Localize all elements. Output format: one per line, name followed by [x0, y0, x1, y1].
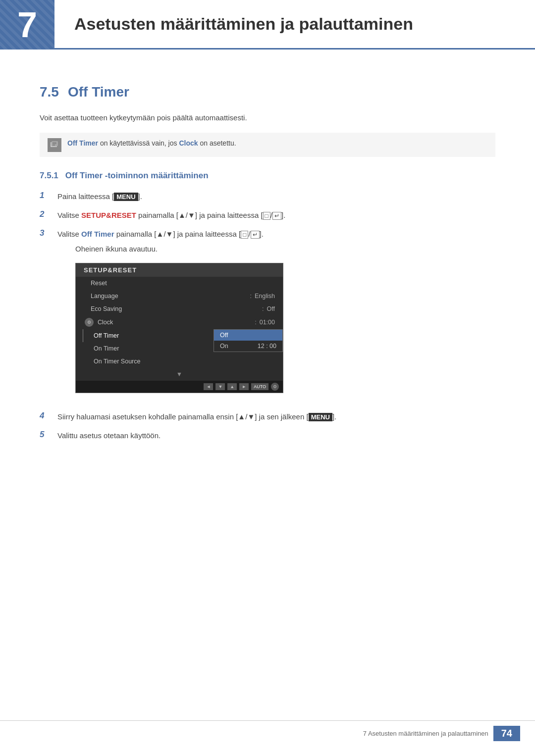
page-footer: 7 Asetusten määrittäminen ja palauttamin… — [0, 720, 535, 746]
note-box: Off Timer on käytettävissä vain, jos Clo… — [40, 133, 495, 157]
popup-on-label: On — [220, 343, 228, 350]
eco-value: Off — [267, 305, 275, 312]
intro-text: Voit asettaa tuotteen kytkeytymään pois … — [40, 112, 495, 124]
step-3-content: Valitse Off Timer painamalla [▲/▼] ja pa… — [57, 228, 283, 401]
menu-window: SETUP&RESET Reset Language : English — [75, 263, 283, 393]
step-text-1: Paina laitteessa [MENU]. — [57, 191, 142, 202]
menu-row-language: Language : English — [76, 290, 283, 302]
footer-right: 74 — [488, 726, 520, 741]
menu-screenshot: SETUP&RESET Reset Language : English — [75, 263, 283, 393]
subsection-number: 7.5.1 — [40, 171, 58, 181]
menu-keyword-4: MENU — [309, 413, 332, 421]
note-icon — [48, 138, 61, 152]
step-4: 4 Siirry haluamasi asetuksen kohdalle pa… — [40, 411, 495, 423]
popup-off: Off — [214, 330, 282, 341]
menu-row-eco: Eco Saving : Off — [76, 302, 283, 315]
bracket-line — [83, 329, 83, 342]
toolbar-btn-auto[interactable]: AUTO — [251, 383, 268, 390]
step-5: 5 Valittu asetus otetaan käyttöön. — [40, 430, 495, 442]
section-heading: 7.5 Off Timer — [40, 84, 495, 100]
section-number: 7.5 — [40, 84, 59, 100]
setup-reset-label: SETUP&RESET — [81, 211, 136, 219]
menu-row-ontimersrc: On Timer Source — [76, 355, 283, 368]
note-highlight-clock: Clock — [179, 139, 198, 147]
step-number-2: 2 — [40, 209, 50, 219]
step-number-5: 5 — [40, 430, 50, 440]
reset-label: Reset — [91, 280, 275, 287]
note-text: Off Timer on käytettävissä vain, jos Clo… — [67, 138, 236, 149]
toolbar-btn-down[interactable]: ▼ — [215, 383, 225, 390]
page-header: 7 Asetusten määrittäminen ja palauttamin… — [0, 0, 535, 50]
note-highlight-offtimer: Off Timer — [67, 139, 98, 147]
step-3-subtext: Oheinen ikkuna avautuu. — [75, 243, 283, 255]
note-text-end: on asetettu. — [200, 139, 236, 147]
step-number-4: 4 — [40, 411, 50, 421]
menu-more-indicator: ▼ — [76, 368, 283, 381]
clock-label: Clock — [98, 319, 252, 326]
menu-keyword-1: MENU — [114, 193, 138, 201]
step-number-1: 1 — [40, 191, 50, 201]
gear-icon: ⚙ — [85, 318, 94, 327]
language-value: English — [255, 293, 275, 300]
clock-value: 01:00 — [260, 319, 275, 326]
popup-on-value: 12 : 00 — [258, 343, 276, 350]
step-1: 1 Paina laitteessa [MENU]. — [40, 191, 495, 202]
toolbar-btn-left[interactable]: ◄ — [204, 383, 213, 390]
page-number: 74 — [493, 726, 520, 741]
step-text-5: Valittu asetus otetaan käyttöön. — [57, 430, 160, 442]
enter-btn-3b: ↵ — [251, 231, 260, 239]
footer-chapter-text: 7 Asetusten määrittäminen ja palauttamin… — [363, 730, 488, 737]
note-text-middle: on käytettävissä vain, jos — [100, 139, 179, 147]
menu-title: SETUP&RESET — [76, 263, 283, 277]
main-content: 7.5 Off Timer Voit asettaa tuotteen kytk… — [0, 69, 535, 491]
chapter-number-box: 7 — [0, 0, 54, 50]
step-text-3: Valitse Off Timer painamalla [▲/▼] ja pa… — [57, 230, 264, 238]
steps-list: 1 Paina laitteessa [MENU]. 2 Valitse SET… — [40, 191, 495, 401]
steps-list-45: 4 Siirry haluamasi asetuksen kohdalle pa… — [40, 411, 495, 442]
step-2: 2 Valitse SETUP&RESET painamalla [▲/▼] j… — [40, 209, 495, 221]
menu-row-reset: Reset — [76, 277, 283, 290]
step-3: 3 Valitse Off Timer painamalla [▲/▼] ja … — [40, 228, 495, 401]
chapter-title-area: Asetusten määrittäminen ja palauttaminen — [54, 0, 535, 50]
ontimersrc-label: On Timer Source — [94, 358, 275, 365]
section-title: Off Timer — [68, 84, 129, 100]
chapter-title: Asetusten määrittäminen ja palauttaminen — [74, 14, 413, 34]
eco-label: Eco Saving — [91, 305, 259, 312]
menu-row-clock: ⚙ Clock : 01:00 — [76, 315, 283, 329]
popup-on: On 12 : 00 — [214, 341, 282, 352]
offtimer-popup: Off On 12 : 00 — [214, 329, 283, 352]
toolbar-btn-up[interactable]: ▲ — [227, 383, 237, 390]
menu-row-offtimer-wrapper: Off Timer : Off On 12 : 00 — [76, 329, 283, 342]
menu-toolbar: ◄ ▼ ▲ ► AUTO ⚙ — [76, 381, 283, 393]
more-dots: ▼ — [176, 371, 182, 378]
step-text-4: Siirry haluamasi asetuksen kohdalle pain… — [57, 411, 336, 423]
step-number-3: 3 — [40, 228, 50, 238]
square-btn-3a: □ — [241, 231, 248, 239]
language-label: Language — [91, 293, 247, 300]
subsection-heading: 7.5.1 Off Timer -toiminnon määrittäminen — [40, 171, 495, 181]
offtimer-label-step3: Off Timer — [81, 230, 114, 238]
enter-btn-2b: ↵ — [272, 212, 281, 220]
step-text-2: Valitse SETUP&RESET painamalla [▲/▼] ja … — [57, 209, 285, 221]
chapter-number: 7 — [17, 4, 37, 45]
toolbar-btn-right[interactable]: ► — [239, 383, 249, 390]
subsection-title: Off Timer -toiminnon määrittäminen — [65, 171, 209, 181]
toolbar-btn-gear[interactable]: ⚙ — [271, 383, 279, 391]
square-btn-2a: □ — [263, 212, 270, 220]
